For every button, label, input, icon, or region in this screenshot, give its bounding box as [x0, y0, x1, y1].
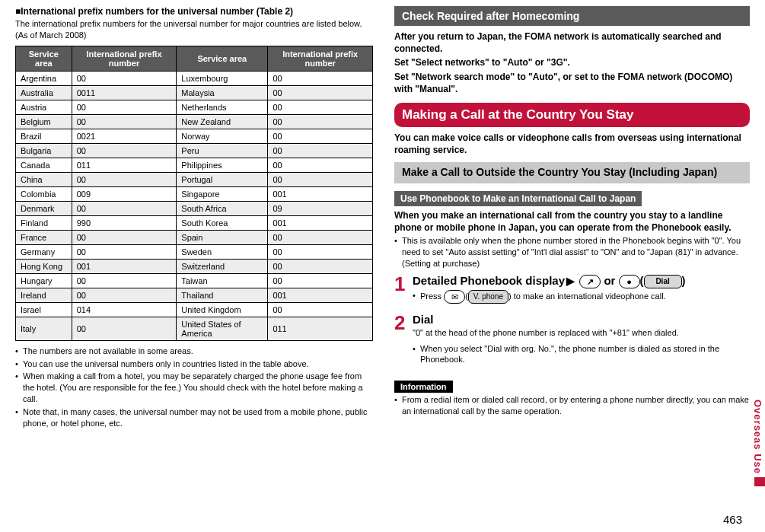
table-cell: 00	[268, 143, 373, 158]
note-item: Note that, in many cases, the universal …	[15, 406, 373, 429]
note-item: When making a call from a hotel, you may…	[15, 371, 373, 405]
table-cell: United States of America	[177, 317, 268, 340]
table-cell: Malaysia	[177, 85, 268, 100]
table-cell: Israel	[16, 302, 72, 317]
table-cell: 014	[72, 302, 177, 317]
table-cell: Belgium	[16, 114, 72, 129]
side-tab-marker	[754, 477, 765, 486]
table-row: Hungary00Taiwan00	[16, 273, 373, 288]
table-cell: Thailand	[177, 288, 268, 302]
table-cell: 00	[268, 85, 373, 100]
information-label: Information	[394, 381, 453, 393]
table-row: Australia0011Malaysia00	[16, 85, 373, 100]
note-item: You can use the universal numbers only i…	[15, 358, 373, 370]
right-column: Check Required after Homecoming After yo…	[394, 6, 750, 508]
prefix-table: Service area International prefix number…	[15, 46, 373, 341]
table-cell: 00	[72, 71, 177, 85]
vphone-softkey: V. phone	[468, 290, 508, 304]
table-cell: 00	[268, 244, 373, 259]
heading-use-phonebook: Use Phonebook to Make an International C…	[394, 191, 642, 206]
table-row: Canada011Philippines00	[16, 158, 373, 172]
table-cell: South Korea	[177, 215, 268, 230]
table-cell: 00	[72, 143, 177, 158]
table-cell: Netherlands	[177, 100, 268, 114]
table-cell: Colombia	[16, 186, 72, 201]
table-cell: Germany	[16, 244, 72, 259]
table-cell: Hungary	[16, 273, 72, 288]
heading-outside-country: Make a Call to Outside the Country You S…	[394, 162, 750, 183]
table-cell: Italy	[16, 317, 72, 340]
table-cell: 001	[268, 186, 373, 201]
table2-intro: The international prefix numbers for the…	[15, 18, 373, 41]
mail-key-icon: ✉	[444, 290, 465, 304]
table-cell: 00	[268, 158, 373, 172]
th-area2: Service area	[177, 46, 268, 71]
table-cell: 001	[72, 259, 177, 273]
table-cell: United Kingdom	[177, 302, 268, 317]
center-key-icon: ●	[619, 275, 640, 288]
table-row: France00Spain00	[16, 230, 373, 244]
table-cell: 00	[268, 114, 373, 129]
table-cell: Peru	[177, 143, 268, 158]
table-cell: Finland	[16, 215, 72, 230]
table-row: China00Portugal00	[16, 172, 373, 186]
table-cell: 011	[72, 158, 177, 172]
information-text: From a redial item or dialed call record…	[394, 394, 750, 417]
check-line-2: Set "Select networks" to "Auto" or "3G".	[394, 56, 750, 68]
step-1-or: or	[604, 274, 618, 287]
table-cell: 00	[72, 288, 177, 302]
table-cell: Sweden	[177, 244, 268, 259]
table-row: Denmark00South Africa09	[16, 201, 373, 215]
table-cell: Hong Kong	[16, 259, 72, 273]
table-cell: 00	[72, 230, 177, 244]
table-cell: 00	[72, 114, 177, 129]
step-2-title: Dial	[413, 313, 750, 326]
dial-softkey: Dial	[644, 275, 682, 288]
heading-check-required: Check Required after Homecoming	[394, 6, 750, 26]
table-cell: Brazil	[16, 129, 72, 143]
table-cell: 0011	[72, 85, 177, 100]
step-2: 2 Dial "0" at the head of the phone numb…	[394, 313, 750, 371]
step-2-number: 2	[394, 313, 413, 333]
note-item: The numbers are not available in some ar…	[15, 346, 373, 357]
table-cell: 00	[268, 129, 373, 143]
table-row: Bulgaria00Peru00	[16, 143, 373, 158]
phonebook-note-list: This is available only when the phone nu…	[394, 235, 750, 269]
table-cell: Argentina	[16, 71, 72, 85]
table-cell: Portugal	[177, 172, 268, 186]
making-call-lead: You can make voice calls or videophone c…	[394, 132, 750, 156]
th-area1: Service area	[16, 46, 72, 71]
step-1-number: 1	[394, 274, 413, 294]
table-row: Brazil0021Norway00	[16, 129, 373, 143]
table-cell: Canada	[16, 158, 72, 172]
table-cell: 00	[72, 172, 177, 186]
check-line-3: Set "Network search mode" to "Auto", or …	[394, 71, 750, 95]
table-cell: Luxembourg	[177, 71, 268, 85]
table-row: Italy00United States of America011	[16, 317, 373, 340]
table-cell: Taiwan	[177, 273, 268, 288]
heading-making-call: Making a Call at the Country You Stay	[394, 103, 750, 127]
table-cell: 001	[268, 288, 373, 302]
table-cell: 009	[72, 186, 177, 201]
step-2-line-2: When you select "Dial with org. No.", th…	[413, 343, 750, 366]
table-cell: Bulgaria	[16, 143, 72, 158]
table-cell: 00	[72, 317, 177, 340]
step-1-title: Detailed Phonebook display▶ ↗ or ●(Dial)	[413, 274, 750, 288]
table-row: Finland990South Korea001	[16, 215, 373, 230]
table-cell: New Zealand	[177, 114, 268, 129]
step-2-line-1: "0" at the head of the phone number is r…	[413, 327, 750, 339]
table-row: Germany00Sweden00	[16, 244, 373, 259]
side-tab-label: Overseas Use	[752, 400, 763, 474]
table-cell: 00	[72, 244, 177, 259]
table-row: Ireland00Thailand001	[16, 288, 373, 302]
table-cell: Spain	[177, 230, 268, 244]
table-row: Argentina00Luxembourg00	[16, 71, 373, 85]
table-cell: 00	[268, 230, 373, 244]
table-cell: 00	[268, 259, 373, 273]
table-cell: 09	[268, 201, 373, 215]
th-num1: International prefix number	[72, 46, 177, 71]
step-1-prefix: Detailed Phonebook display	[413, 274, 565, 287]
table-row: Colombia009Singapore001	[16, 186, 373, 201]
table-cell: 00	[72, 100, 177, 114]
table-cell: South Africa	[177, 201, 268, 215]
